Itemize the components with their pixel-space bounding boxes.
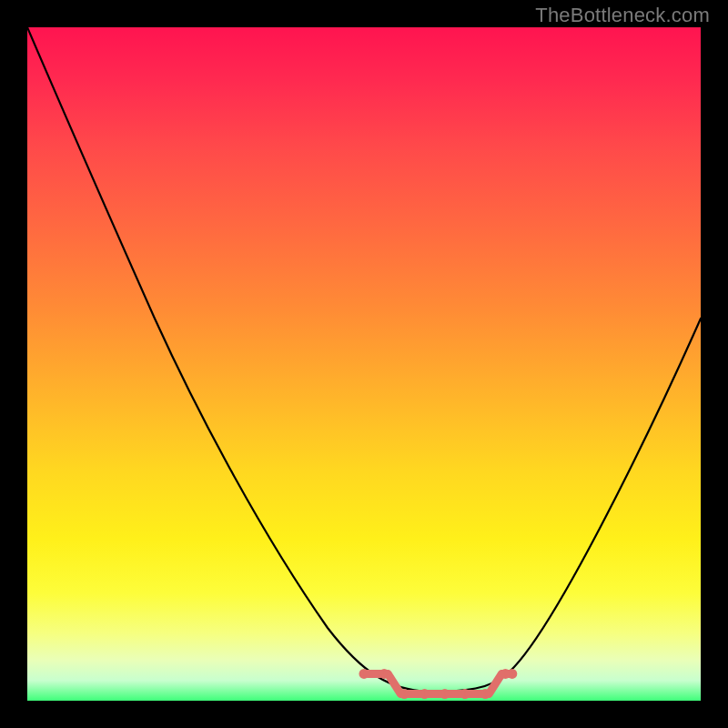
flat-zone-markers: [359, 669, 518, 699]
chart-container: TheBottleneck.com: [0, 0, 728, 728]
plot-area: [27, 27, 701, 701]
svg-line-10: [388, 673, 400, 693]
svg-line-15: [489, 673, 501, 693]
bottleneck-curve: [27, 27, 701, 692]
curve-layer: [27, 27, 701, 701]
watermark-text: TheBottleneck.com: [535, 4, 710, 27]
